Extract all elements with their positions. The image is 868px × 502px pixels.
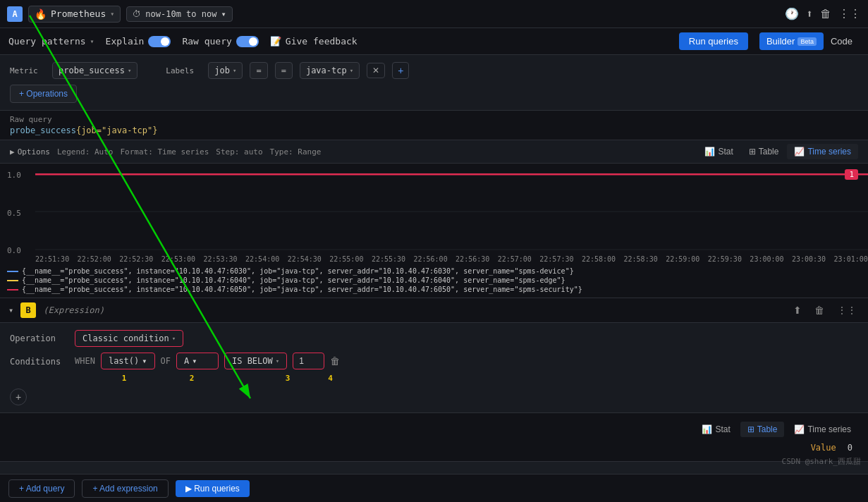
chevron-down-icon: ▾ bbox=[192, 356, 197, 366]
add-expression-button[interactable]: + Add expression bbox=[82, 479, 168, 498]
conditions-row: Conditions WHEN last() ▾ OF A ▾ bbox=[10, 353, 858, 383]
query-patterns-button[interactable]: Query patterns ▾ bbox=[8, 36, 94, 47]
labels-label: Labels bbox=[166, 66, 201, 75]
add-condition-button[interactable]: + bbox=[10, 388, 27, 405]
b-section-header: ▾ B (Expression) ⬆ 🗑 ⋮⋮ bbox=[0, 298, 868, 323]
query-b-badge: B bbox=[20, 302, 36, 318]
delete-condition-button[interactable]: 🗑 bbox=[330, 355, 340, 367]
chevron-down-icon: ▾ bbox=[350, 67, 353, 74]
condition-selector[interactable]: IS BELOW ▾ bbox=[224, 353, 287, 369]
delete-icon[interactable]: 🗑 bbox=[820, 7, 831, 20]
share-icon[interactable]: ⬆ bbox=[806, 7, 813, 20]
raw-query-toggle-switch[interactable] bbox=[236, 36, 259, 47]
history-icon[interactable]: 🕐 bbox=[785, 7, 799, 20]
more-icon[interactable]: ⋮⋮ bbox=[838, 7, 861, 20]
step-option: Step: auto bbox=[216, 147, 262, 157]
code-button[interactable]: Code bbox=[824, 32, 860, 50]
operations-button[interactable]: + Operations bbox=[10, 85, 77, 103]
time-range-value: now-10m to now bbox=[145, 9, 216, 19]
label-val-selector[interactable]: java-tcp ▾ bbox=[300, 62, 360, 79]
legend-color-orange bbox=[7, 280, 18, 281]
options-row: ▶ Options Legend: Auto Format: Time seri… bbox=[0, 140, 868, 164]
label-key-selector[interactable]: job ▾ bbox=[208, 62, 243, 79]
table-button-bottom[interactable]: ⊞ Table bbox=[740, 422, 785, 437]
add-query-button[interactable]: + Add query bbox=[8, 479, 75, 498]
explain-toggle-switch[interactable] bbox=[148, 36, 171, 47]
delete-b-button[interactable]: 🗑 bbox=[812, 303, 827, 317]
annotation-4: 4 bbox=[314, 374, 346, 383]
chevron-right-icon: ▶ bbox=[10, 147, 15, 157]
chart-legend: {__name__="probe_success", instance="10.… bbox=[0, 264, 868, 298]
query-ref-selector[interactable]: A ▾ bbox=[176, 353, 219, 369]
metric-label: Metric bbox=[10, 66, 45, 75]
top-bar-actions: 🕐 ⬆ 🗑 ⋮⋮ bbox=[785, 7, 861, 20]
of-label: OF bbox=[161, 356, 171, 366]
format-option: Format: Time series bbox=[120, 147, 209, 157]
run-queries-bottom-button[interactable]: ▶ Run queries bbox=[176, 480, 250, 497]
result-value: 0 bbox=[848, 443, 852, 453]
legend-color-red bbox=[7, 289, 18, 290]
func-selector[interactable]: last() ▾ bbox=[101, 353, 155, 369]
classic-condition-selector[interactable]: Classic condition ▾ bbox=[75, 330, 183, 347]
datasource-selector[interactable]: 🔥 Prometheus ▾ bbox=[28, 6, 121, 23]
label-op: = bbox=[250, 62, 267, 79]
when-label: WHEN bbox=[75, 356, 95, 366]
beta-badge: Beta bbox=[797, 37, 817, 46]
time-range-selector[interactable]: ⏱ now-10m to now ▾ bbox=[126, 6, 232, 22]
explain-toggle[interactable]: Explain bbox=[106, 36, 171, 47]
remove-label-button[interactable]: ✕ bbox=[367, 63, 385, 78]
options-toggle[interactable]: ▶ Options bbox=[10, 147, 50, 157]
add-label-button[interactable]: + bbox=[392, 62, 409, 79]
time-series-button-top[interactable]: 📈 Time series bbox=[787, 144, 858, 159]
legend-label-3: {__name__="probe_success", instance="10.… bbox=[22, 286, 582, 293]
conditions-label: Conditions bbox=[10, 353, 66, 367]
b-result-area: 📊 Stat ⊞ Table 📈 Time series Value 0 bbox=[0, 412, 868, 461]
type-option: Type: Range bbox=[270, 147, 322, 157]
stat-button-top[interactable]: 📊 Stat bbox=[697, 144, 740, 159]
chevron-down-icon: ▾ bbox=[110, 10, 114, 18]
table-button-top[interactable]: ⊞ Table bbox=[742, 144, 786, 159]
chevron-down-icon: ▾ bbox=[276, 357, 279, 365]
line-chart-icon-bottom: 📈 bbox=[794, 424, 805, 434]
builder-button[interactable]: Builder Beta bbox=[759, 32, 824, 50]
metric-row: Metric probe_success ▾ Labels job ▾ = = … bbox=[10, 62, 858, 79]
b-section: ▾ B (Expression) ⬆ 🗑 ⋮⋮ Operation Classi… bbox=[0, 298, 868, 462]
chevron-down-icon: ▾ bbox=[90, 37, 94, 45]
chart-y-labels: 1.0 0.5 0.0 bbox=[7, 171, 21, 255]
chevron-down-icon: ▾ bbox=[233, 67, 236, 74]
operation-label: Operation bbox=[10, 333, 66, 343]
metric-selector[interactable]: probe_success ▾ bbox=[52, 62, 137, 79]
collapse-icon[interactable]: ▾ bbox=[8, 305, 13, 315]
time-series-button-bottom[interactable]: 📈 Time series bbox=[787, 422, 858, 437]
stat-button-bottom[interactable]: 📊 Stat bbox=[695, 422, 737, 437]
table-icon-bottom: ⊞ bbox=[747, 424, 754, 434]
line-chart-icon: 📈 bbox=[794, 147, 805, 157]
watermark: CSDN @shark_西瓜甜 bbox=[782, 456, 861, 467]
stat-icon-bottom: 📊 bbox=[702, 424, 712, 434]
chevron-down-icon: ▾ bbox=[221, 9, 226, 19]
expression-label: (Expression) bbox=[43, 305, 104, 315]
threshold-input[interactable] bbox=[293, 353, 324, 369]
prometheus-icon: 🔥 bbox=[35, 8, 47, 20]
legend-item: {__name__="probe_success", instance="10.… bbox=[7, 286, 861, 293]
chart-svg bbox=[35, 169, 868, 254]
more-b-button[interactable]: ⋮⋮ bbox=[834, 303, 860, 317]
legend-color-blue bbox=[7, 271, 18, 272]
query-toolbar: Query patterns ▾ Explain Raw query 📝 Giv… bbox=[0, 28, 868, 55]
options-label: Options bbox=[18, 147, 50, 157]
annotation-3: 3 bbox=[267, 374, 309, 383]
legend-item: {__name__="probe_success", instance="10.… bbox=[7, 267, 861, 275]
clock-icon: ⏱ bbox=[133, 9, 141, 19]
viz-buttons-top: 📊 Stat ⊞ Table 📈 Time series bbox=[697, 144, 858, 159]
operation-row: Operation Classic condition ▾ bbox=[10, 330, 858, 347]
raw-query-toggle[interactable]: Raw query bbox=[182, 36, 258, 47]
annotation-2: 2 bbox=[171, 374, 213, 383]
feedback-button[interactable]: 📝 Give feedback bbox=[270, 36, 357, 47]
legend-option: Legend: Auto bbox=[57, 147, 113, 157]
bottom-bar: + Add query + Add expression ▶ Run queri… bbox=[0, 474, 868, 502]
run-queries-button[interactable]: Run queries bbox=[679, 32, 748, 50]
annotation-1: 1 bbox=[103, 374, 145, 383]
chevron-down-icon: ▾ bbox=[128, 67, 131, 74]
share-b-button[interactable]: ⬆ bbox=[790, 303, 805, 317]
legend-label-2: {__name__="probe_success", instance="10.… bbox=[22, 276, 566, 284]
